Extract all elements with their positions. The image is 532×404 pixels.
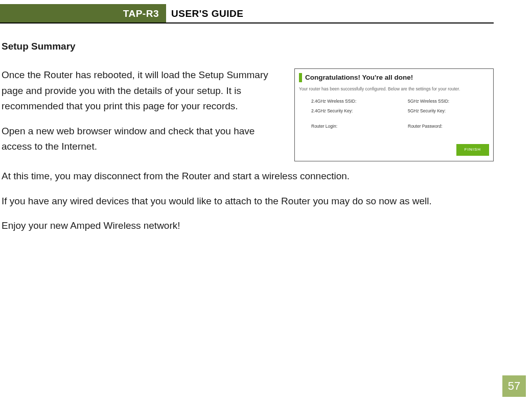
finish-button[interactable]: FINISH: [456, 144, 489, 156]
label-24ghz-key: 2.4GHz Security Key:: [311, 108, 392, 115]
header-model: TAP-R3: [0, 4, 166, 22]
section-heading: Setup Summary: [2, 39, 494, 54]
page-header: TAP-R3 USER'S GUIDE: [0, 4, 494, 23]
accent-bar-icon: [299, 73, 302, 82]
body-paragraph-5: Enjoy your new Amped Wireless network!: [2, 218, 494, 233]
body-paragraph-4: If you have any wired devices that you w…: [2, 194, 494, 209]
body-paragraph-3: At this time, you may disconnect from th…: [2, 169, 494, 184]
label-5ghz-ssid: 5GHz Wireless SSID:: [408, 98, 489, 105]
screenshot-subtitle: Your router has been successfully config…: [299, 86, 489, 93]
label-router-login: Router Login:: [311, 123, 392, 130]
label-24ghz-ssid: 2.4GHz Wireless SSID:: [311, 98, 392, 105]
page-number: 57: [502, 375, 526, 397]
setup-summary-screenshot: Congratulations! You're all done! Your r…: [294, 68, 494, 161]
label-5ghz-key: 5GHz Security Key:: [408, 108, 489, 115]
label-router-password: Router Password:: [408, 123, 489, 130]
header-title: USER'S GUIDE: [166, 4, 494, 22]
page-content: Setup Summary Congratulations! You're al…: [0, 23, 532, 233]
screenshot-title: Congratulations! You're all done!: [305, 72, 413, 83]
